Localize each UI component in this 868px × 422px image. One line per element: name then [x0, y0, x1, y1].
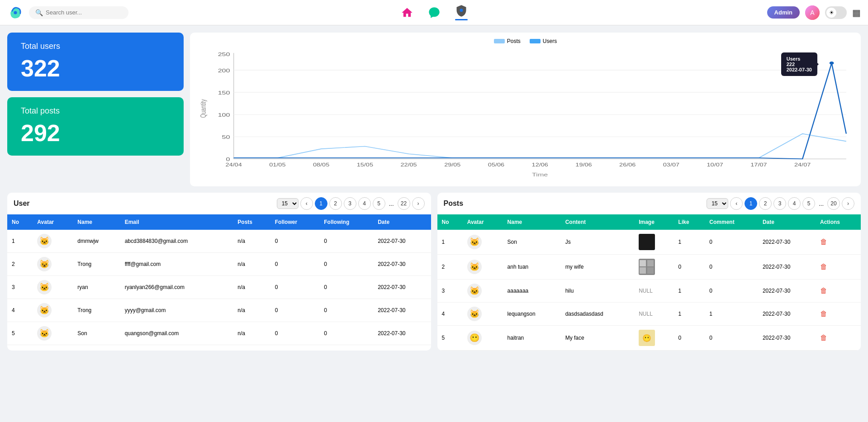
pcell-no: 1	[437, 230, 463, 255]
bottom-section: User 152550 ‹ 1 2 3 4 5 ... 22 ›	[7, 193, 861, 351]
svg-text:08/05: 08/05	[313, 162, 329, 167]
users-next-btn[interactable]: ›	[412, 197, 425, 210]
posts-next-btn[interactable]: ›	[842, 197, 854, 210]
pcell-content: hilu	[561, 280, 634, 303]
cell-follower: 0	[270, 230, 319, 253]
cell-posts: n/a	[233, 322, 270, 345]
cell-date: 2022-07-30	[373, 230, 431, 253]
users-page-dots: ...	[387, 200, 396, 207]
pcell-image	[634, 255, 674, 280]
posts-page-3[interactable]: 3	[773, 197, 786, 210]
posts-page-4[interactable]: 4	[788, 197, 801, 210]
pcell-image: NULL	[634, 303, 674, 326]
pcell-comment: 1	[705, 303, 758, 326]
pcell-like: 0	[674, 326, 705, 351]
chart-container: Posts Users Users 222 2022-07-30	[190, 33, 861, 186]
cell-follower: 0	[270, 299, 319, 322]
pcell-name: lequangson	[503, 303, 561, 326]
users-page-last[interactable]: 22	[398, 197, 410, 210]
nav-home[interactable]	[401, 6, 413, 19]
svg-text:Quantity: Quantity	[199, 99, 208, 118]
cell-avatar: 🐱	[33, 299, 73, 322]
posts-page-1[interactable]: 1	[745, 197, 757, 210]
search-bar[interactable]: 🔍	[29, 6, 128, 19]
cell-avatar: 🐱	[33, 230, 73, 253]
posts-page-dots: ...	[817, 200, 825, 207]
pcell-content: Js	[561, 230, 634, 255]
table-row: 1 🐱 Son Js 1 0 2022-07-30 🗑	[437, 230, 861, 255]
total-posts-label: Total posts	[21, 106, 170, 116]
table-row: 4 🐱 lequangson dasdsadasdasd NULL 1 1 20…	[437, 303, 861, 326]
avatar: 😺	[37, 257, 52, 271]
svg-text:150: 150	[218, 90, 230, 95]
posts-page-size[interactable]: 152550	[707, 198, 728, 209]
svg-text:0: 0	[226, 156, 230, 162]
delete-button[interactable]: 🗑	[820, 287, 827, 294]
col-avatar: Avatar	[33, 214, 73, 230]
pcell-name: haitran	[503, 326, 561, 351]
qr-button[interactable]: ▦	[852, 7, 861, 18]
cell-following: 0	[319, 276, 373, 299]
pcell-content: My face	[561, 326, 634, 351]
search-icon: 🔍	[35, 9, 43, 16]
posts-page-5[interactable]: 5	[802, 197, 815, 210]
cell-follower: 0	[270, 276, 319, 299]
svg-text:19/06: 19/06	[575, 162, 592, 167]
posts-page-2[interactable]: 2	[759, 197, 772, 210]
svg-text:12/06: 12/06	[532, 162, 548, 167]
users-table-title: User	[14, 199, 30, 208]
delete-button[interactable]: 🗑	[820, 238, 827, 246]
svg-text:03/07: 03/07	[663, 162, 679, 167]
svg-text:250: 250	[218, 51, 230, 57]
posts-prev-btn[interactable]: ‹	[730, 197, 743, 210]
cell-date: 2022-07-30	[373, 276, 431, 299]
cell-following: 0	[319, 253, 373, 276]
svg-text:17/07: 17/07	[750, 162, 767, 167]
svg-text:50: 50	[222, 134, 230, 140]
cell-no: 4	[7, 299, 33, 322]
delete-button[interactable]: 🗑	[820, 263, 827, 270]
pcol-name: Name	[503, 214, 561, 230]
col-posts: Posts	[233, 214, 270, 230]
total-users-label: Total users	[21, 42, 170, 51]
table-row: 1 🐱 dmmwjw abcd3884830@gmail.com n/a 0 0…	[7, 230, 431, 253]
pcell-like: 1	[674, 303, 705, 326]
table-row: 4 🐱 Trong yyyy@gmail.com n/a 0 0 2022-07…	[7, 299, 431, 322]
users-page-size[interactable]: 152550	[277, 198, 299, 209]
svg-text:24/07: 24/07	[794, 162, 811, 167]
users-page-3[interactable]: 3	[344, 197, 356, 210]
post-image-thumb	[639, 234, 655, 250]
cell-name: dmmwjw	[73, 230, 120, 253]
table-row: 3 🐱 ryan ryanlyan266@gmail.com n/a 0 0 2…	[7, 276, 431, 299]
users-page-1[interactable]: 1	[315, 197, 327, 210]
pcell-content: my wife	[561, 255, 634, 280]
delete-button[interactable]: 🗑	[820, 310, 827, 318]
admin-button[interactable]: Admin	[767, 6, 800, 19]
search-input[interactable]	[46, 9, 122, 16]
users-page-4[interactable]: 4	[358, 197, 371, 210]
users-page-2[interactable]: 2	[329, 197, 342, 210]
theme-toggle[interactable]: ☀	[825, 6, 847, 19]
pcell-image: NULL	[634, 280, 674, 303]
chart-svg: 0 50 100 150 200 250 Quantity	[197, 48, 854, 179]
cell-avatar: 🐱	[33, 322, 73, 345]
pcell-date: 2022-07-30	[758, 280, 816, 303]
cell-follower: 0	[270, 322, 319, 345]
svg-text:100: 100	[218, 112, 230, 118]
pcol-like: Like	[674, 214, 705, 230]
cell-name: ryan	[73, 276, 120, 299]
users-prev-btn[interactable]: ‹	[300, 197, 313, 210]
users-page-5[interactable]: 5	[373, 197, 385, 210]
posts-page-last[interactable]: 20	[827, 197, 840, 210]
col-following: Following	[319, 214, 373, 230]
pcell-comment: 0	[705, 230, 758, 255]
cell-no: 3	[7, 276, 33, 299]
avatar: 🐱	[37, 326, 52, 341]
nav-admin[interactable]	[455, 5, 468, 20]
delete-button[interactable]: 🗑	[820, 334, 827, 341]
pcell-comment: 0	[705, 255, 758, 280]
cell-date: 2022-07-30	[373, 322, 431, 345]
svg-text:22/05: 22/05	[400, 162, 417, 167]
pcell-avatar: 🐱	[463, 280, 503, 303]
nav-chat[interactable]	[428, 6, 441, 19]
